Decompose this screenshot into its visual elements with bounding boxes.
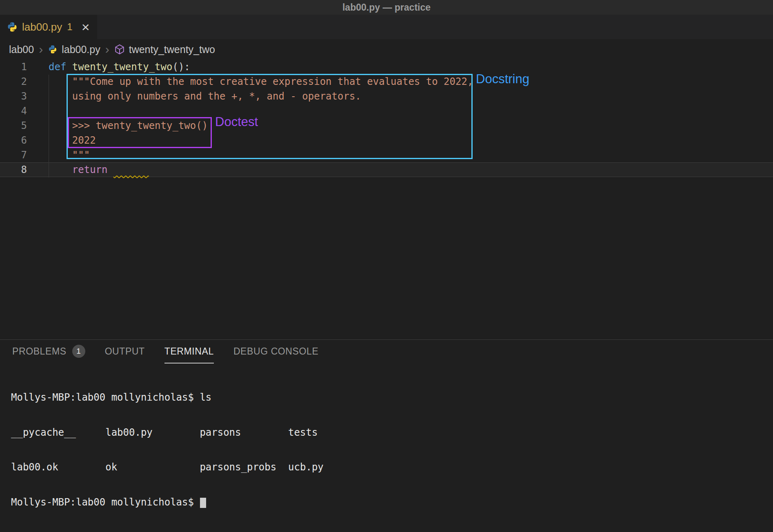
panel-tab-label: PROBLEMS bbox=[12, 346, 67, 357]
line-number: 2 bbox=[0, 76, 27, 87]
line-number: 4 bbox=[0, 105, 27, 117]
code-token: return bbox=[49, 164, 113, 175]
chevron-right-icon: › bbox=[38, 43, 44, 55]
code-editor[interactable]: 1 def twenty_twenty_two(): 2 """Come up … bbox=[0, 60, 773, 339]
tab-bar: lab00.py 1 × bbox=[0, 15, 773, 39]
tab-terminal[interactable]: TERMINAL bbox=[164, 340, 214, 364]
terminal-cursor bbox=[200, 498, 206, 508]
tab-warning-count: 1 bbox=[67, 21, 72, 33]
terminal-line: Mollys-MBP:lab00 mollynicholas$ ls bbox=[11, 392, 773, 403]
indent-guide bbox=[49, 75, 49, 177]
code-line-current: 8 return bbox=[0, 162, 773, 177]
symbol-method-icon bbox=[114, 44, 125, 55]
bottom-panel: PROBLEMS 1 OUTPUT TERMINAL DEBUG CONSOLE… bbox=[0, 339, 773, 532]
code-text: return bbox=[27, 164, 149, 175]
problems-count-badge: 1 bbox=[72, 345, 85, 358]
code-token: (): bbox=[172, 61, 190, 73]
code-token: twenty_twenty_two bbox=[72, 61, 173, 73]
terminal-prompt: Mollys-MBP:lab00 mollynicholas$ bbox=[11, 497, 200, 508]
doctest-annotation-box bbox=[68, 117, 212, 148]
line-number: 1 bbox=[0, 61, 27, 73]
panel-tab-label: DEBUG CONSOLE bbox=[233, 346, 318, 357]
close-icon[interactable]: × bbox=[82, 20, 90, 34]
warning-squiggle bbox=[113, 164, 149, 175]
panel-tab-label: TERMINAL bbox=[164, 346, 214, 357]
code-text: def twenty_twenty_two(): bbox=[27, 61, 190, 73]
title-bar: lab00.py — practice bbox=[0, 0, 773, 15]
tab-label: lab00.py bbox=[22, 21, 62, 33]
line-number: 3 bbox=[0, 91, 27, 102]
code-line: 1 def twenty_twenty_two(): bbox=[0, 60, 773, 74]
python-icon bbox=[48, 44, 58, 54]
panel-tab-bar: PROBLEMS 1 OUTPUT TERMINAL DEBUG CONSOLE bbox=[0, 340, 773, 364]
python-icon bbox=[7, 21, 18, 33]
line-number: 7 bbox=[0, 149, 27, 161]
chevron-right-icon: › bbox=[104, 43, 110, 55]
line-number: 6 bbox=[0, 135, 27, 146]
breadcrumb-folder[interactable]: lab00 bbox=[9, 44, 34, 55]
tab-debug-console[interactable]: DEBUG CONSOLE bbox=[233, 340, 318, 364]
window-title: lab00.py — practice bbox=[342, 2, 431, 13]
terminal-prompt-line: Mollys-MBP:lab00 mollynicholas$ bbox=[11, 497, 773, 508]
breadcrumb-symbol[interactable]: twenty_twenty_two bbox=[129, 44, 215, 55]
docstring-annotation-label: Docstring bbox=[476, 72, 529, 86]
breadcrumb: lab00 › lab00.py › twenty_twenty_two bbox=[0, 39, 773, 60]
tab-problems[interactable]: PROBLEMS 1 bbox=[12, 340, 85, 364]
code-token: def bbox=[49, 61, 72, 73]
line-number: 8 bbox=[0, 164, 27, 175]
terminal-line: lab00.ok ok parsons_probs ucb.py bbox=[11, 461, 773, 473]
terminal-line: __pycache__ lab00.py parsons tests bbox=[11, 427, 773, 439]
breadcrumb-file[interactable]: lab00.py bbox=[62, 44, 100, 55]
panel-tab-label: OUTPUT bbox=[105, 346, 145, 357]
line-number: 5 bbox=[0, 120, 27, 131]
doctest-annotation-label: Doctest bbox=[215, 115, 258, 129]
vscode-window: lab00.py — practice lab00.py 1 × lab00 ›… bbox=[0, 0, 773, 532]
terminal[interactable]: Mollys-MBP:lab00 mollynicholas$ ls __pyc… bbox=[0, 364, 773, 531]
tab-output[interactable]: OUTPUT bbox=[105, 340, 145, 364]
tab-lab00py[interactable]: lab00.py 1 × bbox=[0, 15, 97, 39]
